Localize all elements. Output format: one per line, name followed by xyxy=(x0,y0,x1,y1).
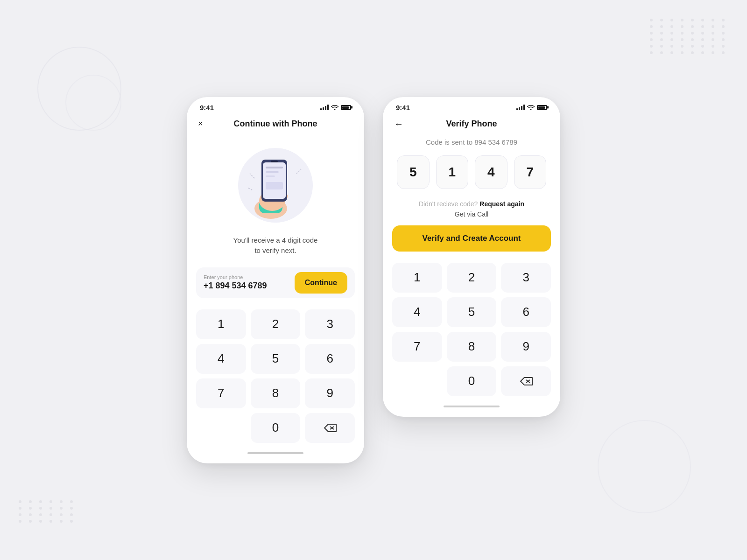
svg-line-11 xyxy=(250,174,254,178)
battery-icon-1 xyxy=(341,105,351,110)
key2-empty xyxy=(392,366,442,396)
key2-8[interactable]: 8 xyxy=(447,332,497,362)
dot-grid-bl xyxy=(19,500,77,523)
close-icon[interactable]: × xyxy=(198,119,203,129)
key2-2[interactable]: 2 xyxy=(447,263,497,293)
svg-rect-8 xyxy=(266,175,275,177)
key-0[interactable]: 0 xyxy=(251,413,301,443)
status-time-1: 9:41 xyxy=(200,104,214,112)
svg-rect-9 xyxy=(266,182,283,189)
decorative-circle-3 xyxy=(598,420,691,513)
phone-input-section: Enter your phone +1 894 534 6789 xyxy=(204,274,289,291)
phone1-title: Continue with Phone xyxy=(234,119,317,129)
get-via-call-link[interactable]: Get via Call xyxy=(392,210,551,218)
svg-rect-10 xyxy=(271,161,278,162)
phone2-keypad: 1 2 3 4 5 6 7 8 9 0 xyxy=(383,259,560,401)
status-bar-1: 9:41 xyxy=(187,97,364,115)
key-1[interactable]: 1 xyxy=(196,309,246,339)
key-4[interactable]: 4 xyxy=(196,344,246,374)
key2-7[interactable]: 7 xyxy=(392,332,442,362)
key2-3[interactable]: 3 xyxy=(501,263,551,293)
key-7[interactable]: 7 xyxy=(196,378,246,408)
key-3[interactable]: 3 xyxy=(305,309,355,339)
key-8[interactable]: 8 xyxy=(251,378,301,408)
battery-icon-2 xyxy=(537,105,547,110)
code-box-4[interactable]: 7 xyxy=(514,155,547,189)
key2-9[interactable]: 9 xyxy=(501,332,551,362)
verify-subtitle: Code is sent to 894 534 6789 xyxy=(383,136,560,155)
phone2-title: Verify Phone xyxy=(446,119,497,129)
key-5[interactable]: 5 xyxy=(251,344,301,374)
key2-0[interactable]: 0 xyxy=(447,366,497,396)
svg-rect-6 xyxy=(266,167,283,168)
svg-line-12 xyxy=(296,169,301,174)
key-2[interactable]: 2 xyxy=(251,309,301,339)
phone1-header: × Continue with Phone xyxy=(187,115,364,136)
resend-line: Didn't recieve code? Request again xyxy=(392,200,551,208)
request-again-link[interactable]: Request again xyxy=(479,200,524,208)
phone-input-label: Enter your phone xyxy=(204,274,289,280)
home-indicator-1 xyxy=(187,448,364,454)
illustration-background xyxy=(238,148,313,223)
code-box-1[interactable]: 5 xyxy=(397,155,430,189)
key-9[interactable]: 9 xyxy=(305,378,355,408)
verify-create-account-button[interactable]: Verify and Create Account xyxy=(392,225,551,252)
dot-grid-tr xyxy=(650,19,728,54)
phone-number-display: +1 894 534 6789 xyxy=(204,281,289,291)
wifi-icon-2 xyxy=(527,105,535,110)
signal-icon-2 xyxy=(516,105,525,110)
key2-4[interactable]: 4 xyxy=(392,297,442,327)
decorative-circle-2 xyxy=(65,75,121,131)
phone-hand-illustration xyxy=(245,150,306,220)
phone1-illustration-text: You'll receive a 4 digit code to verify … xyxy=(187,230,364,264)
phone-verify: 9:41 ← Verify Ph xyxy=(383,97,560,417)
backspace-key[interactable] xyxy=(305,413,355,443)
code-box-2[interactable]: 1 xyxy=(436,155,469,189)
svg-rect-7 xyxy=(266,171,279,173)
key-6[interactable]: 6 xyxy=(305,344,355,374)
phone-continue: 9:41 × Continue xyxy=(187,97,364,463)
status-time-2: 9:41 xyxy=(396,104,410,112)
phone1-illustration xyxy=(187,136,364,230)
key-empty xyxy=(196,413,246,443)
code-input-area: 5 1 4 7 xyxy=(383,155,560,198)
resend-prefix: Didn't recieve code? xyxy=(419,200,478,208)
key2-1[interactable]: 1 xyxy=(392,263,442,293)
status-icons-1 xyxy=(320,105,351,110)
wifi-icon-1 xyxy=(331,105,338,110)
code-box-3[interactable]: 4 xyxy=(475,155,507,189)
key2-5[interactable]: 5 xyxy=(447,297,497,327)
phones-container: 9:41 × Continue xyxy=(187,97,560,463)
resend-section: Didn't recieve code? Request again Get v… xyxy=(383,198,560,225)
phone1-keypad: 1 2 3 4 5 6 7 8 9 0 xyxy=(187,306,364,448)
svg-line-13 xyxy=(247,188,252,190)
back-icon[interactable]: ← xyxy=(394,119,403,129)
phone2-header: ← Verify Phone xyxy=(383,115,560,136)
continue-button[interactable]: Continue xyxy=(295,272,347,294)
signal-icon-1 xyxy=(320,105,329,110)
status-bar-2: 9:41 xyxy=(383,97,560,115)
phone1-input-row: Enter your phone +1 894 534 6789 Continu… xyxy=(196,267,355,298)
decorative-circle-1 xyxy=(37,47,121,131)
backspace-key-2[interactable] xyxy=(501,366,551,396)
home-indicator-2 xyxy=(383,401,560,407)
status-icons-2 xyxy=(516,105,547,110)
key2-6[interactable]: 6 xyxy=(501,297,551,327)
